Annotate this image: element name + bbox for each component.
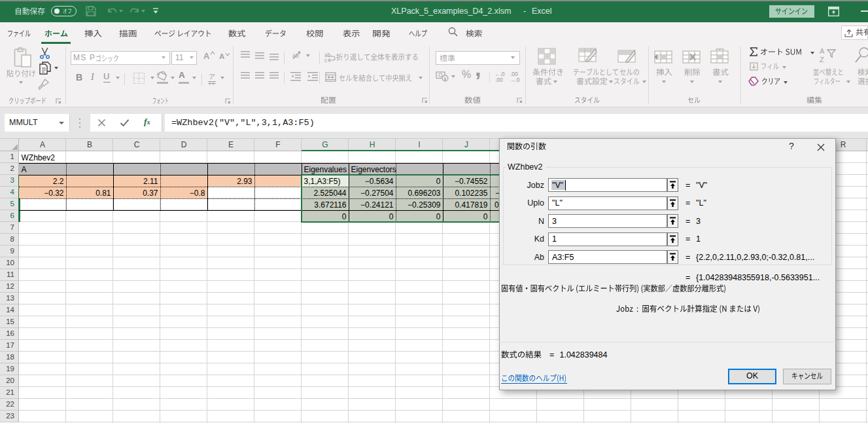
svg-text:.00: .00 xyxy=(495,77,503,83)
svg-text:A: A xyxy=(820,47,825,55)
svg-text:→.0: →.0 xyxy=(510,77,520,83)
svg-text:ab: ab xyxy=(292,52,299,59)
svg-text:Z: Z xyxy=(820,56,824,64)
